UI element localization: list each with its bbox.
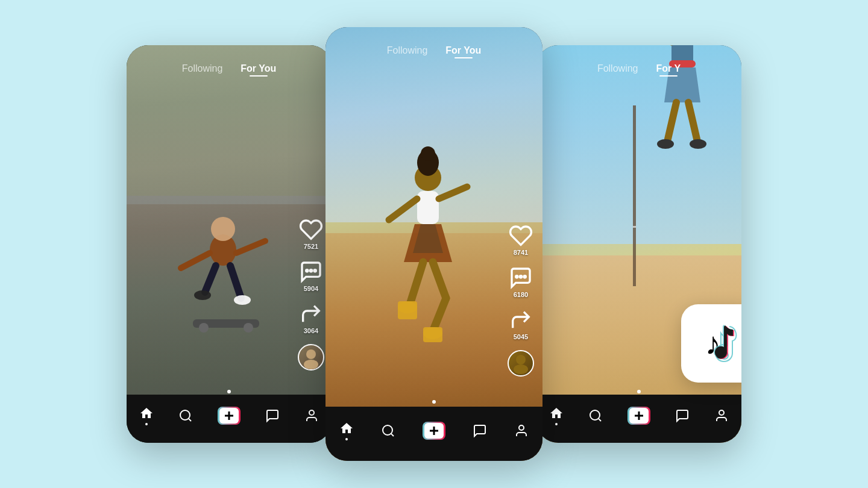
svg-line-53 [667, 102, 676, 142]
comment-action-center[interactable]: 6180 [509, 266, 533, 298]
svg-point-38 [524, 276, 526, 278]
phones-container: Following For You 7521 [127, 27, 741, 461]
svg-line-17 [188, 419, 190, 421]
progress-dot-right [637, 390, 641, 393]
svg-point-10 [244, 323, 253, 333]
search-nav-right[interactable] [588, 408, 603, 423]
svg-point-41 [383, 425, 392, 435]
side-actions-left: 7521 5904 [298, 217, 324, 371]
following-tab-right[interactable]: Following [597, 63, 638, 77]
top-nav-left: Following For You [127, 45, 332, 81]
phone-left: Following For You 7521 [127, 45, 332, 443]
svg-point-64 [719, 410, 724, 415]
home-nav-right[interactable] [549, 406, 564, 425]
svg-point-23 [421, 146, 435, 161]
svg-line-54 [688, 102, 697, 142]
svg-line-30 [433, 262, 446, 298]
for-you-tab-center[interactable]: For You [445, 45, 481, 58]
inbox-nav-right[interactable] [675, 408, 690, 423]
svg-line-29 [410, 262, 423, 304]
search-nav-left[interactable] [178, 408, 193, 423]
home-nav-left[interactable] [139, 406, 154, 425]
home-nav-center[interactable] [339, 421, 354, 440]
svg-line-61 [598, 419, 600, 421]
progress-dot-center [432, 400, 436, 404]
inbox-nav-center[interactable] [473, 424, 487, 438]
svg-line-5 [230, 266, 241, 298]
svg-line-31 [434, 298, 446, 328]
svg-rect-24 [417, 191, 439, 224]
comment-action-left[interactable]: 5904 [299, 260, 323, 292]
for-you-tab-right[interactable]: For Y [656, 63, 681, 77]
add-nav-left[interactable] [218, 407, 241, 425]
like-action-center[interactable]: 8741 [509, 224, 533, 256]
svg-point-20 [309, 410, 314, 415]
tiktok-logo: ♪ [681, 304, 741, 383]
share-count-center: 5045 [514, 333, 528, 340]
svg-point-37 [520, 276, 521, 278]
like-action-left[interactable]: 7521 [299, 217, 323, 250]
svg-point-12 [310, 270, 312, 272]
for-you-tab-left[interactable]: For You [241, 63, 276, 77]
following-tab-center[interactable]: Following [387, 45, 428, 58]
phone-right: Following For Y 4367 [536, 45, 741, 443]
share-count-left: 3064 [304, 327, 318, 334]
avatar-center[interactable] [508, 350, 534, 377]
share-action-left[interactable]: 3064 [299, 302, 323, 334]
svg-point-13 [314, 270, 316, 272]
svg-line-3 [236, 241, 265, 253]
phone-center: Following For You 8741 [326, 27, 542, 461]
svg-point-7 [234, 295, 251, 305]
inbox-nav-left[interactable] [265, 408, 280, 423]
svg-line-26 [439, 187, 467, 199]
svg-point-39 [516, 355, 526, 364]
svg-point-55 [657, 139, 674, 149]
svg-point-56 [690, 139, 706, 149]
svg-point-15 [304, 360, 318, 369]
progress-dot-left [227, 390, 231, 393]
top-nav-center: Following For You [326, 27, 542, 63]
svg-line-4 [205, 266, 216, 292]
add-nav-center[interactable] [423, 422, 445, 440]
bottom-nav-left [127, 395, 332, 443]
svg-line-2 [181, 253, 210, 268]
svg-rect-33 [398, 301, 417, 319]
svg-point-60 [590, 410, 600, 420]
comment-count-center: 6180 [514, 291, 528, 298]
svg-rect-35 [423, 327, 442, 342]
svg-point-40 [514, 364, 528, 374]
comment-count-left: 5904 [304, 285, 318, 292]
svg-point-9 [199, 323, 209, 333]
svg-point-14 [306, 349, 316, 359]
bottom-nav-right [536, 395, 741, 443]
bottom-nav-center [326, 407, 542, 461]
svg-point-11 [306, 270, 308, 272]
top-nav-right: Following For Y [536, 45, 741, 81]
search-nav-center[interactable] [381, 424, 395, 438]
svg-point-1 [211, 217, 235, 241]
share-action-center[interactable]: 5045 [509, 308, 533, 340]
svg-point-36 [516, 276, 518, 278]
profile-nav-right[interactable] [714, 408, 729, 423]
avatar-left[interactable] [298, 344, 324, 371]
like-count-center: 8741 [514, 249, 528, 256]
svg-point-45 [519, 425, 524, 430]
svg-point-16 [180, 410, 190, 420]
side-actions-center: 8741 6180 [508, 224, 534, 377]
like-count-left: 7521 [304, 243, 318, 250]
svg-line-42 [391, 434, 393, 436]
add-nav-right[interactable] [627, 407, 650, 425]
svg-point-6 [194, 290, 211, 300]
svg-line-25 [389, 199, 417, 220]
following-tab-left[interactable]: Following [182, 63, 223, 77]
profile-nav-left[interactable] [304, 408, 319, 423]
profile-nav-center[interactable] [514, 424, 529, 438]
